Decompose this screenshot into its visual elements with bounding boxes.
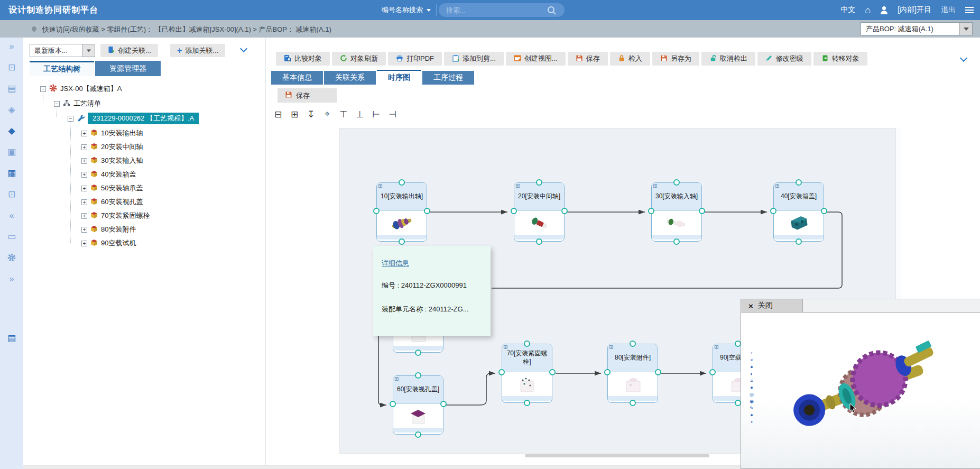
zoom-out-icon[interactable] [273,109,283,120]
box-icon[interactable]: ▪ [751,419,752,425]
port[interactable] [524,341,530,347]
diagram-save-button[interactable]: 保存 [278,88,337,103]
dropdown-arrow-button[interactable] [82,44,95,57]
tree-row-process-list[interactable]: 工艺清单 [54,99,101,108]
search-icon[interactable] [548,6,554,13]
canvas-horizontal-scrollbar-thumb[interactable] [525,454,709,457]
gear-icon[interactable] [0,253,23,263]
port[interactable] [524,400,530,406]
process-node-20[interactable]: 20[安装中间轴] [514,182,565,242]
refresh-object-button[interactable]: 对象刷新 [332,52,386,66]
create-view-button[interactable]: 创建视图... [506,52,566,66]
preview-close-button[interactable]: × 关闭 [741,299,803,312]
port[interactable] [440,401,447,407]
port[interactable] [536,179,542,186]
language-switch[interactable]: 中文 [840,5,855,15]
sphere-icon[interactable]: ● [750,385,753,391]
save-as-button[interactable]: 另存为 [652,52,699,66]
transfer-object-button[interactable]: 转移对象 [813,52,867,66]
3d-model-gear-shaft[interactable] [778,328,953,450]
collapse-icon[interactable] [68,116,73,122]
expand-icon[interactable] [81,131,87,136]
orbit-icon[interactable]: ● [750,412,753,418]
expand-icon[interactable] [81,213,87,219]
export-icon[interactable] [306,109,316,120]
cube-icon[interactable] [0,126,23,135]
tab-basic-info[interactable]: 基本信息 [271,71,323,85]
print-pdf-button[interactable]: 打印PDF [388,52,442,66]
port[interactable] [709,369,716,375]
collapse-icon[interactable] [54,101,60,107]
process-node-30[interactable]: 30[安装输入轴] [651,182,702,242]
home-icon[interactable]: ⌂ [865,5,871,15]
version-filter-dropdown[interactable]: 最新版本... [30,44,95,57]
port[interactable] [655,369,661,375]
global-search-input[interactable] [439,3,565,17]
tab-process-structure-tree[interactable]: 工艺结构树 [30,61,94,76]
list-icon[interactable] [0,334,23,343]
expand-icon[interactable] [81,172,87,178]
tree-row-operation[interactable]: 10安装输出轴 [81,128,143,138]
check-in-button[interactable]: 检入 [610,52,650,66]
zoom-window-icon[interactable]: × [750,357,753,363]
chevrons-right-icon[interactable] [0,42,23,51]
user-avatar-icon[interactable] [880,6,888,14]
port[interactable] [770,208,776,214]
process-node-60[interactable]: 60[安装视孔盖] [393,375,443,435]
expand-icon[interactable] [81,199,87,205]
add-to-clipboard-button[interactable]: 添加到剪... [444,52,504,66]
collapse-icon[interactable] [40,86,46,92]
tab-sequence-diagram[interactable]: 时序图 [377,70,421,85]
zoom-in-icon[interactable] [289,109,300,120]
tab-operation-process[interactable]: 工序过程 [422,71,474,85]
preview-viewport[interactable]: + × ● ◐ ≡ ● ◎ ◉ ✎ ● ▪ [741,312,980,469]
port[interactable] [415,431,421,438]
port[interactable] [673,238,680,245]
align-left-icon[interactable] [371,109,382,120]
tasklist-icon[interactable] [0,169,23,178]
compare-object-button[interactable]: 比较对象 [276,52,330,66]
chevrons-left-icon[interactable] [0,211,23,220]
locate-icon[interactable] [322,109,332,120]
document-icon[interactable] [0,84,23,93]
board-icon[interactable] [0,232,23,241]
port[interactable] [561,208,568,214]
align-bottom-icon[interactable] [355,109,365,120]
pan-icon[interactable]: + [750,351,753,356]
port[interactable] [796,238,802,245]
tree-row-operation[interactable]: 80安装附件 [81,225,136,234]
tree-row-operation[interactable]: 20安装中间轴 [81,142,143,152]
port[interactable] [511,208,517,214]
tree-row-root[interactable]: JSX-00【减速箱】A [40,84,122,94]
port[interactable] [415,350,421,356]
search-category-dropdown[interactable]: 编号名称搜索 [376,4,437,16]
port[interactable] [699,208,705,214]
layers-icon[interactable]: ≡ [750,378,753,384]
tree-row-operation[interactable]: 40安装箱盖 [81,170,136,179]
port[interactable] [648,208,654,214]
tree-row-operation[interactable]: 70安装紧固螺栓 [81,211,150,220]
chevron-down-icon[interactable] [960,54,967,62]
box3d-icon[interactable] [0,105,23,114]
process-node-40[interactable]: 40[安装箱盖] [773,182,824,242]
port[interactable] [630,400,636,406]
port[interactable] [373,208,380,214]
tree-row-operation[interactable]: 30安装输入轴 [81,156,143,165]
monitor-gear-icon[interactable] [0,190,23,199]
dropdown-arrow-button[interactable] [959,23,972,35]
add-relation-button[interactable]: + 添加关联... [170,44,225,57]
port[interactable] [390,401,396,407]
monitor-icon[interactable] [0,63,23,72]
port[interactable] [415,372,421,379]
tab-resource-manager[interactable]: 资源管理器 [95,61,161,76]
create-relation-button[interactable]: 创建关联... [100,44,158,57]
port[interactable] [536,238,542,245]
port[interactable] [498,369,505,375]
cancel-checkout-button[interactable]: 取消检出 [701,52,755,66]
process-node-70[interactable]: 70[安装紧固螺栓] [502,344,552,403]
view-icon[interactable]: ● [750,364,753,370]
save-button[interactable]: 保存 [568,52,608,66]
settings-icon[interactable]: ◉ [750,399,754,404]
tree-row-operation[interactable]: 60安装视孔盖 [81,197,143,207]
tab-relations[interactable]: 关联关系 [324,71,376,85]
